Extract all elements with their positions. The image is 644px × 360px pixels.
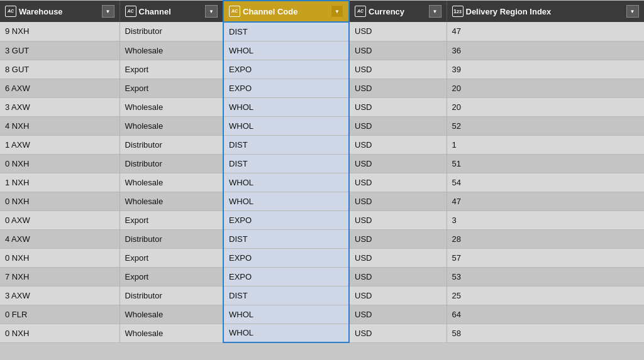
cell-delivery: 28 (447, 229, 644, 248)
cell-currency: USD (349, 22, 447, 41)
column-filter-dropdown-delivery[interactable] (626, 5, 639, 18)
cell-code: DIST (223, 135, 349, 154)
column-filter-dropdown-warehouse[interactable] (102, 5, 114, 18)
cell-warehouse: 3 AXW (0, 286, 119, 305)
cell-channel: Export (119, 210, 223, 229)
table-row: 9 NXHDistributorDISTUSD47 (0, 22, 644, 41)
cell-code: DIST (223, 154, 349, 173)
cell-currency: USD (349, 305, 447, 324)
table-row: 0 AXWExportEXPOUSD3 (0, 210, 644, 229)
cell-delivery: 3 (447, 210, 644, 229)
cell-currency: USD (349, 116, 447, 135)
cell-delivery: 57 (447, 248, 644, 267)
cell-delivery: 58 (447, 324, 644, 342)
cell-delivery: 47 (447, 22, 644, 41)
cell-channel: Distributor (119, 22, 223, 41)
column-header-warehouse[interactable]: ACWarehouse (0, 1, 119, 22)
cell-delivery: 20 (447, 79, 644, 97)
cell-code: WHOL (223, 192, 349, 210)
table-row: 7 NXHExportEXPOUSD53 (0, 267, 644, 286)
cell-code: WHOL (223, 305, 349, 324)
cell-delivery: 20 (447, 97, 644, 116)
cell-delivery: 54 (447, 173, 644, 192)
column-header-channel[interactable]: ACChannel (119, 1, 223, 22)
table-row: 4 NXHWholesaleWHOLUSD52 (0, 116, 644, 135)
cell-channel: Wholesale (119, 192, 223, 210)
table-row: 3 AXWDistributorDISTUSD25 (0, 286, 644, 305)
cell-channel: Export (119, 248, 223, 267)
cell-code: WHOL (223, 324, 349, 342)
column-header-code[interactable]: ACChannel Code (223, 1, 349, 22)
cell-code: DIST (223, 286, 349, 305)
cell-delivery: 64 (447, 305, 644, 324)
cell-warehouse: 1 NXH (0, 173, 119, 192)
cell-code: WHOL (223, 116, 349, 135)
cell-delivery: 39 (447, 60, 644, 79)
column-filter-dropdown-channel[interactable] (205, 5, 218, 18)
cell-currency: USD (349, 97, 447, 116)
cell-warehouse: 4 NXH (0, 116, 119, 135)
numeric-type-icon: 123 (452, 6, 464, 17)
cell-channel: Export (119, 267, 223, 286)
column-filter-dropdown-code[interactable] (331, 5, 343, 18)
table-row: 1 NXHWholesaleWHOLUSD54 (0, 173, 644, 192)
table-row: 4 AXWDistributorDISTUSD28 (0, 229, 644, 248)
text-type-icon: AC (355, 6, 366, 17)
cell-channel: Wholesale (119, 41, 223, 60)
cell-warehouse: 3 GUT (0, 41, 119, 60)
cell-delivery: 1 (447, 135, 644, 154)
cell-warehouse: 0 NXH (0, 324, 119, 342)
column-label-code: Channel Code (243, 7, 297, 16)
cell-warehouse: 4 AXW (0, 229, 119, 248)
cell-code: EXPO (223, 267, 349, 286)
column-filter-dropdown-currency[interactable] (429, 5, 441, 18)
text-type-icon: AC (5, 6, 16, 17)
column-header-currency[interactable]: ACCurrency (349, 1, 447, 22)
cell-currency: USD (349, 192, 447, 210)
cell-warehouse: 6 AXW (0, 79, 119, 97)
cell-code: EXPO (223, 60, 349, 79)
cell-code: EXPO (223, 79, 349, 97)
text-type-icon: AC (125, 6, 136, 17)
cell-channel: Wholesale (119, 324, 223, 342)
data-table: ACWarehouseACChannelACChannel CodeACCurr… (0, 0, 644, 360)
cell-currency: USD (349, 210, 447, 229)
cell-delivery: 47 (447, 192, 644, 210)
table-row: 1 AXWDistributorDISTUSD1 (0, 135, 644, 154)
column-label-currency: Currency (369, 7, 404, 16)
cell-channel: Wholesale (119, 305, 223, 324)
cell-channel: Wholesale (119, 173, 223, 192)
cell-warehouse: 0 NXH (0, 192, 119, 210)
cell-currency: USD (349, 41, 447, 60)
cell-warehouse: 0 AXW (0, 210, 119, 229)
cell-warehouse: 0 NXH (0, 154, 119, 173)
cell-delivery: 25 (447, 286, 644, 305)
table-row: 3 AXWWholesaleWHOLUSD20 (0, 97, 644, 116)
cell-channel: Distributor (119, 135, 223, 154)
table-row: 0 NXHExportEXPOUSD57 (0, 248, 644, 267)
cell-code: EXPO (223, 210, 349, 229)
cell-code: WHOL (223, 41, 349, 60)
cell-channel: Distributor (119, 286, 223, 305)
cell-delivery: 52 (447, 116, 644, 135)
cell-warehouse: 3 AXW (0, 97, 119, 116)
table-row: 8 GUTExportEXPOUSD39 (0, 60, 644, 79)
cell-code: DIST (223, 229, 349, 248)
cell-currency: USD (349, 173, 447, 192)
cell-warehouse: 0 NXH (0, 248, 119, 267)
column-header-delivery[interactable]: 123Delivery Region Index (447, 1, 644, 22)
table-row: 0 NXHWholesaleWHOLUSD58 (0, 324, 644, 342)
cell-currency: USD (349, 267, 447, 286)
cell-channel: Export (119, 79, 223, 97)
cell-delivery: 53 (447, 267, 644, 286)
table-row: 6 AXWExportEXPOUSD20 (0, 79, 644, 97)
cell-currency: USD (349, 286, 447, 305)
cell-currency: USD (349, 79, 447, 97)
cell-channel: Wholesale (119, 116, 223, 135)
cell-currency: USD (349, 154, 447, 173)
cell-delivery: 51 (447, 154, 644, 173)
cell-code: EXPO (223, 248, 349, 267)
column-label-channel: Channel (139, 7, 171, 16)
cell-warehouse: 8 GUT (0, 60, 119, 79)
column-label-warehouse: Warehouse (19, 7, 63, 16)
